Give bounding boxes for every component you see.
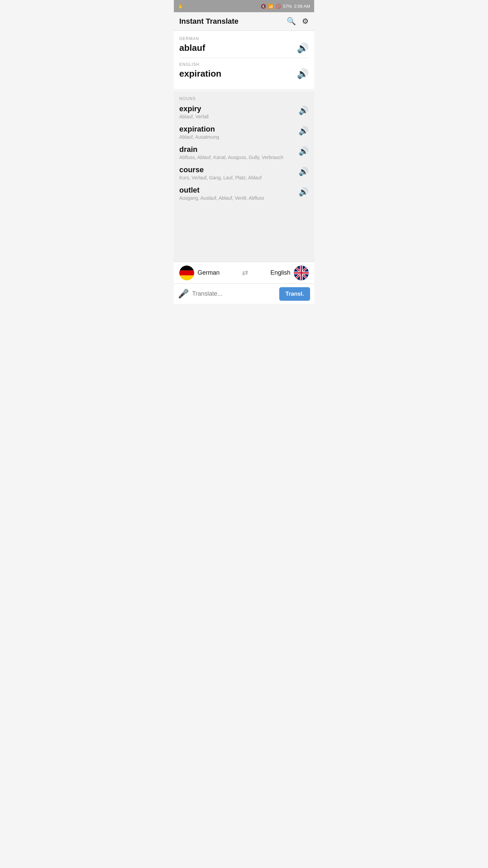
german-flag-icon (179, 265, 194, 280)
noun-sound-5[interactable]: 🔊 (299, 187, 309, 197)
wifi-icon: 📶 (268, 4, 273, 9)
source-sound-button[interactable]: 🔊 (297, 42, 309, 54)
source-lang-label: GERMAN (179, 36, 309, 41)
svg-rect-1 (179, 265, 194, 271)
list-item: course Kurs, Verlauf, Gang, Lauf, Platz,… (179, 165, 309, 180)
noun-text-3: drain Abfluss, Ablauf, Kanal, Ausguss, G… (179, 145, 299, 160)
source-lang-name: German (198, 269, 220, 276)
time-text: 2:09 AM (294, 4, 310, 9)
translate-input[interactable] (192, 290, 276, 297)
nouns-section: NOUNS expiry Ablauf, Verfall 🔊 expiratio… (174, 92, 314, 262)
source-language-option[interactable]: German (179, 265, 220, 280)
nouns-section-label: NOUNS (179, 96, 309, 101)
target-word-row: expiration 🔊 (179, 68, 309, 79)
target-lang-name: English (270, 269, 290, 276)
language-bar: German ⇄ English (174, 262, 314, 283)
noun-text-2: expiration Ablauf, Ausatmung (179, 125, 299, 140)
target-sound-button[interactable]: 🔊 (297, 68, 309, 79)
settings-icon[interactable]: ⚙ (302, 17, 309, 26)
no-icon: 🚫 (276, 4, 281, 9)
noun-main-1: expiry (179, 104, 299, 113)
list-item: expiration Ablauf, Ausatmung 🔊 (179, 125, 309, 140)
header-icons: 🔍 ⚙ (287, 17, 309, 26)
target-language-option[interactable]: English (270, 265, 309, 280)
translation-card: GERMAN ablauf 🔊 ENGLISH expiration 🔊 (174, 31, 314, 89)
noun-sub-3: Abfluss, Ablauf, Kanal, Ausguss, Gully, … (179, 155, 299, 160)
list-item: drain Abfluss, Ablauf, Kanal, Ausguss, G… (179, 145, 309, 160)
noun-sub-5: Ausgang, Auslauf, Ablauf, Ventil, Abflus… (179, 195, 299, 201)
noun-sub-1: Ablauf, Verfall (179, 114, 299, 119)
battery-text: 57% (283, 4, 292, 9)
card-divider (179, 58, 309, 58)
list-item: outlet Ausgang, Auslauf, Ablauf, Ventil,… (179, 186, 309, 201)
noun-sound-1[interactable]: 🔊 (299, 106, 309, 115)
noun-text-1: expiry Ablauf, Verfall (179, 104, 299, 119)
target-word: expiration (179, 68, 221, 79)
app-title: Instant Translate (179, 17, 239, 26)
noun-sub-4: Kurs, Verlauf, Gang, Lauf, Platz, Ablauf (179, 175, 299, 180)
translate-button[interactable]: Transl. (279, 287, 310, 301)
noun-main-4: course (179, 165, 299, 174)
noun-text-5: outlet Ausgang, Auslauf, Ablauf, Ventil,… (179, 186, 299, 201)
status-left: ✋ (178, 4, 183, 9)
noun-text-4: course Kurs, Verlauf, Gang, Lauf, Platz,… (179, 165, 299, 180)
noun-main-2: expiration (179, 125, 299, 134)
noun-sub-2: Ablauf, Ausatmung (179, 134, 299, 140)
search-icon[interactable]: 🔍 (287, 17, 296, 26)
status-bar: ✋ 🔇 📶 🚫 57% 2:09 AM (174, 0, 314, 12)
microphone-icon[interactable]: 🎤 (178, 289, 189, 299)
noun-sound-4[interactable]: 🔊 (299, 167, 309, 176)
svg-rect-13 (294, 272, 309, 274)
svg-rect-2 (179, 270, 194, 275)
svg-rect-3 (179, 275, 194, 280)
noun-main-5: outlet (179, 186, 299, 195)
input-bar: 🎤 Transl. (174, 283, 314, 304)
source-word: ablauf (179, 43, 205, 53)
noun-sound-3[interactable]: 🔊 (299, 146, 309, 156)
hand-icon: ✋ (178, 4, 183, 9)
list-item: expiry Ablauf, Verfall 🔊 (179, 104, 309, 119)
status-right: 🔇 📶 🚫 57% 2:09 AM (261, 4, 310, 9)
mute-icon: 🔇 (261, 4, 266, 9)
noun-sound-2[interactable]: 🔊 (299, 126, 309, 136)
source-word-row: ablauf 🔊 (179, 42, 309, 54)
target-lang-label: ENGLISH (179, 62, 309, 67)
uk-flag-icon (294, 265, 309, 280)
noun-main-3: drain (179, 145, 299, 154)
swap-languages-button[interactable]: ⇄ (242, 269, 248, 277)
app-header: Instant Translate 🔍 ⚙ (174, 12, 314, 31)
